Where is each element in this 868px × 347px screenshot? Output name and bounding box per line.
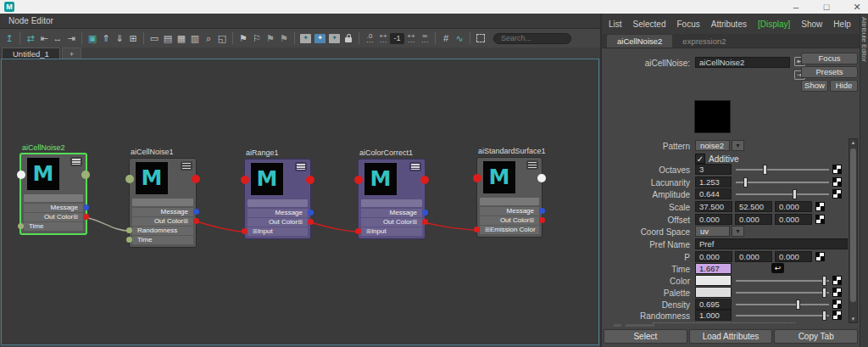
node-output-port[interactable]	[537, 174, 546, 182]
connection-wire[interactable]	[198, 222, 246, 232]
add-upstream-nodes-icon[interactable]: ⇑	[99, 31, 113, 45]
auto-layout-graph-icon[interactable]: ⊞	[126, 31, 140, 45]
presets-button[interactable]: Presets	[801, 66, 858, 78]
scrollbar-thumb[interactable]	[850, 148, 856, 302]
attr-port[interactable]	[193, 218, 199, 224]
p-field-0[interactable]: 0.000	[695, 251, 732, 262]
node-menu-icon[interactable]	[70, 157, 82, 166]
time-field[interactable]: 1.667	[695, 263, 732, 274]
ae-tab-aicellnoise2[interactable]: aiCellNoise2	[607, 35, 672, 48]
previous-bookmark-icon[interactable]: ⚑	[264, 31, 277, 45]
coord-space-dropdown-arrow-icon[interactable]: ▼	[732, 226, 744, 237]
attr-port[interactable]	[126, 227, 132, 233]
connection-wire[interactable]	[312, 223, 359, 232]
connection-wire[interactable]	[87, 218, 131, 232]
focus-button[interactable]: Focus	[801, 53, 858, 64]
coord-space-dropdown[interactable]: uv	[695, 226, 730, 237]
node-input-port[interactable]	[354, 176, 363, 184]
attr-port[interactable]	[539, 217, 545, 223]
node-attr-row-out-color[interactable]: Out Color⊞	[248, 218, 308, 227]
node-input-port[interactable]	[17, 171, 25, 179]
frame-selection-icon[interactable]: ◱	[215, 31, 229, 45]
p-map-button[interactable]	[815, 252, 825, 261]
color-slider-track[interactable]	[736, 280, 829, 282]
attribute-scrollbar[interactable]: ▲ ▼	[849, 138, 858, 323]
randomness-map-button[interactable]	[832, 311, 842, 320]
node-attr-row-time[interactable]: Time	[132, 236, 193, 244]
amplitude-map-button[interactable]	[832, 189, 842, 199]
node-input-port[interactable]	[241, 176, 249, 184]
density-map-button[interactable]	[832, 299, 842, 309]
grid-snap-toggle-icon[interactable]: #	[439, 31, 453, 45]
scroll-up-icon[interactable]: ▲	[849, 140, 857, 145]
node-attr-row-randomness[interactable]: Randomness	[132, 227, 193, 235]
pattern-dropdown[interactable]: noise2	[695, 140, 730, 151]
ae-menu-selected[interactable]: Selected	[633, 20, 666, 29]
material-preview-swatch[interactable]	[694, 100, 731, 133]
color-swatch[interactable]	[695, 275, 732, 286]
copy-tab-button[interactable]: Copy Tab	[774, 329, 858, 344]
pin-node-icon[interactable]: ↥	[3, 31, 16, 45]
attr-port[interactable]	[126, 237, 132, 243]
node-name-field[interactable]: aiCellNoise2	[695, 57, 790, 68]
offset-field-0[interactable]: 0.000	[695, 214, 732, 225]
ae-menu-help[interactable]: Help	[833, 20, 851, 29]
lacunarity-map-button[interactable]	[832, 177, 842, 187]
display-connected-mode-icon[interactable]: ▤	[161, 31, 175, 45]
octaves-map-button[interactable]	[832, 165, 842, 174]
display-full-mode-icon[interactable]: ▦	[175, 31, 188, 45]
graph-tab-untitled_1[interactable]: Untitled_1	[2, 48, 60, 59]
density-field[interactable]: 0.695	[695, 299, 732, 310]
expand-icon[interactable]: ⊞	[183, 218, 188, 224]
graph-node-aiRange1[interactable]: aiRange1MMessageOut Color⊞⊞Input	[244, 159, 311, 239]
pref-name-field[interactable]: Pref	[695, 238, 848, 249]
show-button[interactable]: Show	[801, 80, 828, 92]
density-slider-thumb[interactable]	[796, 299, 800, 310]
ae-menu-attributes[interactable]: Attributes	[711, 20, 747, 29]
node-output-port[interactable]	[81, 171, 90, 179]
node-output-port[interactable]	[306, 176, 314, 184]
traversal-depth-value-icon[interactable]: -1	[390, 33, 404, 44]
density-slider-track[interactable]	[736, 304, 829, 305]
p-field-1[interactable]: 0.000	[735, 251, 772, 262]
lacunarity-field[interactable]: 1.253	[695, 176, 732, 187]
bookmark-flag-outline-icon[interactable]: ⚐	[250, 31, 264, 45]
ae-tab-expression2[interactable]: expression2	[672, 35, 736, 48]
offset-field-2[interactable]: 0.000	[775, 214, 812, 225]
bookmark-flag-icon[interactable]: ⚑	[236, 31, 250, 45]
expand-icon[interactable]: ⊞	[366, 228, 371, 234]
attr-port[interactable]	[539, 208, 545, 214]
scale-map-button[interactable]	[815, 202, 825, 211]
display-custom-mode-icon[interactable]: ▥	[188, 31, 202, 45]
expand-icon[interactable]: ⊞	[298, 219, 303, 225]
attr-port[interactable]	[18, 223, 24, 229]
traversal-unlimited-icon[interactable]: ∞	[418, 31, 431, 45]
node-attr-row-out-color[interactable]: Out Color⊞	[24, 213, 83, 221]
traversal-step-out-icon[interactable]: ++	[404, 31, 418, 45]
time-connection-icon[interactable]: ↩	[771, 263, 784, 273]
p-field-2[interactable]: 0.000	[775, 251, 812, 262]
node-attr-row-input[interactable]: ⊞Input	[361, 227, 422, 236]
randomness-slider-track[interactable]	[736, 315, 829, 316]
node-attr-row-message[interactable]: Message	[361, 209, 422, 217]
node-attr-row-message[interactable]: Message	[248, 209, 308, 217]
attr-port[interactable]	[83, 204, 89, 210]
node-input-port[interactable]	[473, 174, 481, 182]
expand-icon[interactable]: ⊞	[73, 214, 78, 220]
color-slider-thumb[interactable]	[822, 276, 826, 286]
graph-node-aiCellNoise1[interactable]: aiCellNoise1MMessageOut Color⊞Randomness…	[129, 158, 197, 248]
node-attr-row-message[interactable]: Message	[132, 208, 193, 216]
toggle-selection-sync-icon[interactable]: ⇄	[24, 31, 37, 45]
attr-port[interactable]	[308, 210, 314, 215]
create-bookmark-icon[interactable]: ✦	[300, 34, 311, 43]
ae-menu-show[interactable]: Show	[801, 20, 822, 29]
pattern-dropdown-arrow-icon[interactable]: ▼	[732, 140, 744, 151]
node-attr-row-out-color[interactable]: Out Color⊞	[480, 216, 539, 225]
scale-field-0[interactable]: 37.500	[695, 201, 732, 212]
node-attr-row-message[interactable]: Message	[24, 204, 83, 212]
maximize-button[interactable]: □	[821, 0, 832, 14]
add-selected-to-graph-icon[interactable]: ▣	[86, 31, 99, 45]
show-input-output-connections-icon[interactable]: ↔	[51, 31, 64, 45]
node-menu-icon[interactable]	[181, 161, 192, 171]
expand-icon[interactable]: ⊞	[412, 219, 417, 225]
